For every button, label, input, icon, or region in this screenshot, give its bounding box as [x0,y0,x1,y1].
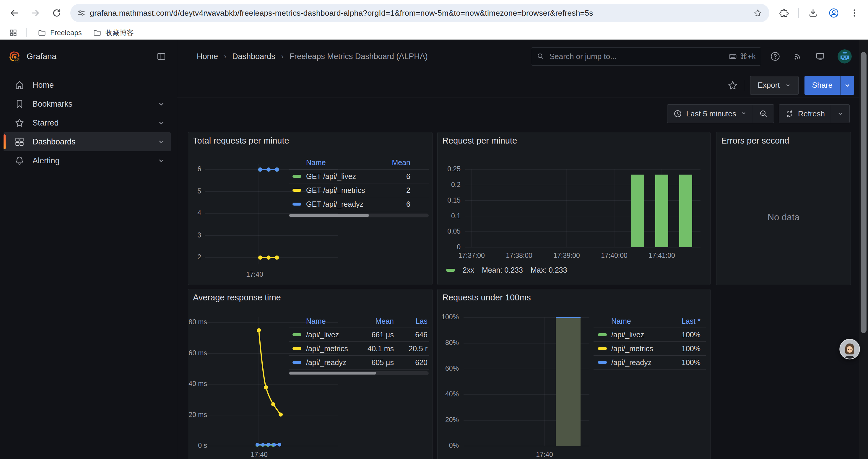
legend-item[interactable]: /api/_readyz605 µs620 [289,357,429,368]
y-tick-label: 20% [438,416,459,424]
chevron-down-icon [785,82,791,89]
y-tick-label: 0 [438,243,461,251]
share-button[interactable]: Share [804,76,840,95]
panel-average-response-time: Average response time 80 ms60 ms40 ms20 … [188,289,433,459]
export-button[interactable]: Export [750,76,798,95]
panel-title[interactable]: Errors per second [721,136,789,145]
folder-icon [93,29,101,37]
series-swatch [292,175,301,178]
address-bar[interactable]: grafana.mathmast.com/d/deytv4rwavabkb/fr… [70,4,769,22]
legend-col-name[interactable]: Name [306,157,326,168]
help-icon[interactable] [770,52,780,61]
legend-separator [289,341,429,342]
breadcrumb-separator: › [281,52,284,61]
sidebar-item-starred[interactable]: Starred [4,113,171,132]
legend-item[interactable]: GET /api/_readyz6 [289,198,429,210]
page-scrollbar[interactable] [859,40,868,459]
breadcrumb: Home › Dashboards › Freeleaps Metrics Da… [197,40,428,73]
profile-icon[interactable] [827,6,840,20]
series-swatch [598,333,607,336]
x-tick-label: 17:40 [521,451,568,459]
assistant-avatar[interactable] [839,338,860,360]
bookmark-folder-blogs[interactable]: 收藏博客 [93,28,134,37]
bookmark-star-icon[interactable] [753,8,762,18]
legend-col[interactable]: Mean [375,316,394,326]
legend-series-name: /api/_metrics [306,342,348,355]
dock-sidebar-icon[interactable] [156,52,166,61]
url-text: grafana.mathmast.com/d/deytv4rwavabkb/fr… [90,8,749,18]
legend-series-name: /api/_readyz [611,357,651,368]
chart-request-per-minute[interactable]: 0.250.20.150.10.05017:37:0017:38:0017:39… [438,132,710,285]
legend-col-name[interactable]: Name [306,316,326,326]
legend-separator [289,369,429,369]
y-tick-label: 0.2 [438,181,461,189]
legend-scrollbar-thumb[interactable] [289,214,369,217]
legend-scrollbar-thumb[interactable] [289,372,376,374]
y-tick-label: 0.25 [438,165,461,173]
legend-item[interactable]: /api/_livez100% [593,329,706,340]
y-tick-label: 0% [438,441,459,450]
toolbar-divider [798,8,799,18]
apps-grid-icon[interactable] [9,28,18,37]
legend-header: NameMeanLas [289,316,429,326]
sidebar-item-bookmarks[interactable]: Bookmarks [4,95,171,113]
legend-separator [593,369,706,369]
legend-col-name[interactable]: Name [611,316,631,326]
legend-item[interactable]: /api/_metrics100% [593,342,706,355]
refresh-interval-dropdown[interactable] [831,104,849,123]
legend-item[interactable]: GET /api/_metrics2 [289,184,429,196]
legend-col[interactable]: Mean [392,157,410,168]
legend-item[interactable]: /api/_metrics40.1 ms20.5 r [289,342,429,355]
chevron-down-icon [157,100,165,108]
grafana-header: Home › Dashboards › Freeleaps Metrics Da… [177,40,868,73]
breadcrumb-home[interactable]: Home [197,52,218,61]
legend-value: 605 µs [371,357,394,368]
search-input[interactable]: Search or jump to... ⌘+k [531,47,761,66]
legend-col[interactable]: Last * [682,316,701,326]
bookmark-icon [14,99,25,109]
refresh-button[interactable]: Refresh [779,104,831,123]
time-range-control: Last 5 minutes [667,104,774,123]
sidebar-item-dashboards[interactable]: Dashboards [4,132,171,151]
downloads-icon[interactable] [807,6,819,20]
bookmark-folder-freeleaps[interactable]: Freeleaps [38,29,82,37]
sidebar-item-alerting[interactable]: Alerting [4,151,171,170]
browser-action-icons [778,6,861,20]
series-swatch [598,347,607,350]
back-icon[interactable] [8,6,21,20]
user-avatar[interactable] [838,49,852,64]
search-shortcut: ⌘+k [728,52,756,61]
legend-item[interactable]: /api/_readyz100% [593,357,706,368]
legend-value: 6 [406,198,410,210]
scrollbar-thumb[interactable] [861,52,867,333]
sidebar-item-home[interactable]: Home [4,76,171,95]
menu-kebab-icon[interactable] [848,6,861,20]
rss-icon[interactable] [793,52,803,61]
chevron-down-icon [157,119,165,127]
series-swatch [292,347,301,350]
monitor-icon[interactable] [815,52,825,61]
favorite-star-icon[interactable] [727,80,738,91]
zoom-out-button[interactable] [753,104,774,123]
y-tick-label: 2 [188,253,201,261]
legend-col[interactable]: Las [416,316,428,326]
reload-icon[interactable] [50,6,63,20]
panel-errors-per-second: Errors per second No data [716,132,851,285]
legend-item[interactable]: /api/_livez661 µs646 [289,329,429,340]
breadcrumb-dashboards[interactable]: Dashboards [232,52,275,61]
time-range-picker[interactable]: Last 5 minutes [668,104,753,123]
share-dropdown-button[interactable] [840,76,854,95]
legend-item[interactable]: GET /api/_livez6 [289,170,429,182]
legend-header: NameMean [289,157,429,168]
extensions-icon[interactable] [778,6,790,20]
grafana-logo[interactable] [8,50,21,63]
site-info-icon[interactable] [77,8,86,18]
legend-scrollbar[interactable] [289,371,429,375]
series-swatch [292,361,301,364]
legend-separator [289,211,429,211]
legend-separator [289,183,429,184]
forward-icon[interactable] [29,6,42,20]
legend-item-2xx[interactable]: 2xx Mean: 0.233 Max: 0.233 [446,266,567,274]
legend-series-name: GET /api/_metrics [306,184,365,196]
legend-scrollbar[interactable] [289,214,429,218]
